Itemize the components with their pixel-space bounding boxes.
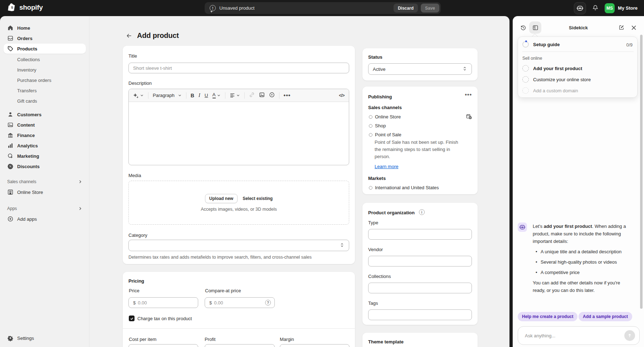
more-options-button[interactable]: •••	[284, 92, 291, 99]
discounts-icon	[7, 163, 14, 170]
link-button[interactable]	[249, 92, 255, 99]
type-input[interactable]	[368, 229, 472, 240]
sales-channels-label: Sales channels	[368, 105, 402, 110]
theme-template-card: Theme template	[362, 333, 478, 347]
sidebar-header-apps[interactable]: Apps	[4, 204, 86, 214]
learn-more-link[interactable]: Learn more	[375, 164, 398, 169]
close-icon[interactable]	[628, 21, 640, 34]
panel-scrollbar[interactable]	[640, 35, 643, 309]
add-sample-product-pill[interactable]: Add a sample product	[579, 312, 632, 321]
setup-step-custom-domain[interactable]: Add a custom domain	[522, 87, 578, 94]
sidebar-header-sales-channels[interactable]: Sales channels	[4, 177, 86, 187]
charge-tax-checkbox[interactable]	[129, 316, 135, 321]
status-heading: Status	[368, 54, 382, 60]
sidebar-item-analytics[interactable]: Analytics	[4, 141, 86, 151]
top-bar: S shopify ! Unsaved product Discard Save…	[0, 0, 644, 16]
info-icon[interactable]: i	[419, 209, 425, 215]
setup-step-customize-store[interactable]: Customize your online store	[522, 76, 591, 83]
code-view-button[interactable]: </>	[339, 93, 345, 98]
sidebar-item-transfers[interactable]: Transfers	[4, 85, 86, 96]
margin-input[interactable]	[280, 344, 350, 347]
unsaved-label: Unsaved product	[219, 5, 254, 11]
profit-input[interactable]	[205, 344, 275, 347]
pos-note: Point of Sale has not been set up. Finis…	[375, 139, 465, 160]
tags-input[interactable]	[368, 309, 472, 320]
help-create-product-pill[interactable]: Help me create a product	[518, 312, 577, 321]
channel-bullet	[369, 115, 372, 119]
store-menu[interactable]: MS My Store	[605, 3, 638, 13]
sidebar-item-settings[interactable]: Settings	[4, 333, 86, 343]
category-select[interactable]	[128, 240, 349, 251]
setup-step-add-product[interactable]: Add your first product	[522, 65, 582, 72]
collections-label: Collections	[368, 274, 391, 279]
compare-at-price-input[interactable]: $ 0.00 ?	[205, 297, 275, 308]
sidebar-item-orders[interactable]: Orders	[4, 33, 86, 43]
channel-point-of-sale: Point of Sale	[369, 132, 401, 137]
compose-button[interactable]	[615, 21, 628, 34]
description-label: Description	[128, 80, 152, 86]
finance-icon	[7, 132, 14, 138]
sidebar-item-finance[interactable]: Finance	[4, 130, 86, 140]
chevron-down-icon	[236, 93, 240, 97]
setup-progress-ring	[522, 41, 529, 48]
media-dropzone[interactable]: Upload new Select existing Accepts image…	[128, 181, 349, 225]
chevron-down-icon	[178, 93, 182, 97]
price-label: Price	[129, 288, 140, 293]
sidebar-item-inventory[interactable]: Inventory	[4, 65, 86, 75]
ask-input[interactable]	[525, 333, 624, 338]
discard-button[interactable]: Discard	[394, 4, 418, 13]
price-input[interactable]: $ 0.00	[128, 297, 198, 308]
store-avatar: MS	[605, 3, 615, 13]
send-button[interactable]	[624, 330, 635, 341]
category-hint: Determines tax rates and adds metafields…	[128, 255, 312, 260]
select-existing-button[interactable]: Select existing	[243, 196, 273, 201]
collections-input[interactable]	[368, 283, 472, 293]
divider	[123, 328, 355, 329]
schedule-calendar-icon[interactable]	[466, 113, 472, 121]
back-arrow-icon[interactable]	[126, 33, 132, 39]
italic-button[interactable]: I	[199, 92, 200, 98]
text-color-button[interactable]: A	[213, 92, 221, 98]
sidekick-toolbar-button[interactable]	[574, 2, 586, 14]
tags-label: Tags	[368, 300, 378, 306]
home-icon	[7, 25, 14, 31]
channel-bullet	[369, 124, 372, 128]
vendor-input[interactable]	[368, 256, 472, 267]
sidebar-item-purchase-orders[interactable]: Purchase orders	[4, 75, 86, 85]
sidebar-item-products[interactable]: Products	[4, 44, 86, 54]
status-select[interactable]: Active	[368, 63, 472, 75]
insert-video-button[interactable]	[269, 92, 275, 99]
sidebar-item-customers[interactable]: Customers	[4, 109, 86, 119]
sidebar-item-collections[interactable]: Collections	[4, 54, 86, 64]
product-details-card: Title Description Paragraph	[123, 46, 355, 264]
pricing-heading: Pricing	[128, 278, 144, 284]
cost-per-item-input[interactable]	[128, 344, 198, 347]
sidebar-item-add-apps[interactable]: Add apps	[4, 214, 86, 224]
underline-button[interactable]: U	[205, 93, 208, 98]
description-editor: Paragraph B I U A	[128, 89, 349, 165]
setup-guide-label: Setup guide	[533, 42, 560, 47]
profit-label: Profit	[205, 337, 215, 342]
sidebar-item-discounts[interactable]: Discounts	[4, 161, 86, 171]
shopify-logo[interactable]: S shopify	[8, 3, 43, 12]
markets-label: Markets	[368, 176, 386, 181]
sidebar-item-content[interactable]: Content	[4, 120, 86, 130]
step-circle-icon	[522, 65, 529, 72]
save-button[interactable]: Save	[421, 4, 439, 13]
upload-new-button[interactable]: Upload new	[205, 194, 238, 203]
alignment-button[interactable]	[230, 93, 240, 98]
ai-sparkle-button[interactable]	[133, 93, 144, 98]
channel-online-store: Online Store	[369, 114, 401, 119]
insert-image-button[interactable]	[259, 92, 265, 99]
notifications-bell-icon[interactable]	[592, 4, 599, 13]
help-icon[interactable]: ?	[265, 300, 271, 306]
paragraph-style-dropdown[interactable]: Paragraph	[153, 93, 182, 98]
sidebar-item-online-store[interactable]: Online Store	[4, 187, 86, 197]
sidebar-item-gift-cards[interactable]: Gift cards	[4, 96, 86, 106]
description-textarea[interactable]	[129, 102, 349, 165]
title-input[interactable]	[129, 63, 349, 73]
publishing-menu-button[interactable]: •••	[465, 92, 472, 98]
sidebar-item-home[interactable]: Home	[4, 23, 86, 33]
bold-button[interactable]: B	[191, 93, 194, 98]
sidebar-item-marketing[interactable]: Marketing	[4, 151, 86, 161]
